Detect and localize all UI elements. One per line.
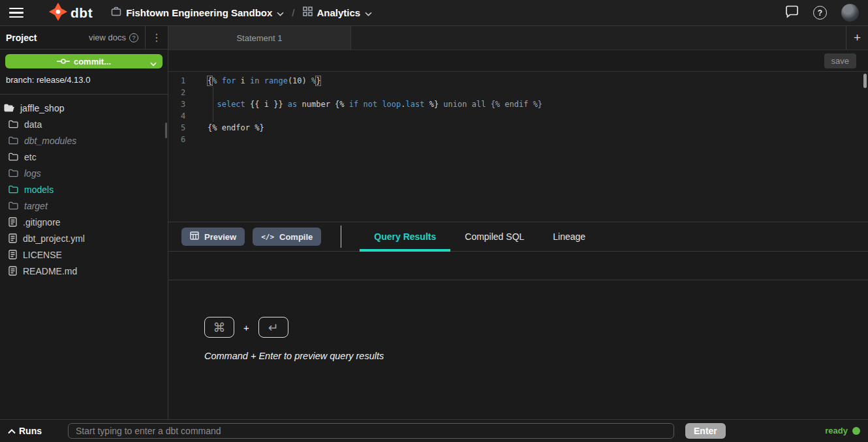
status-text: ready	[825, 426, 848, 435]
tree-item-data[interactable]: data	[0, 116, 168, 132]
line-number: 2	[168, 87, 198, 98]
save-button[interactable]: save	[824, 53, 856, 68]
shortcut-hint-text: Command + Enter to preview query results	[204, 351, 868, 361]
compile-button[interactable]: </> Compile	[253, 228, 321, 246]
editor-toolbar: save	[168, 50, 868, 72]
results-panel-header: Preview </> Compile Query ResultsCompile…	[168, 222, 868, 252]
enter-button[interactable]: Enter	[685, 423, 726, 439]
folder-icon	[8, 136, 18, 145]
commit-area: commit... branch: release/4.13.0	[0, 50, 168, 95]
code-text	[198, 134, 208, 145]
code-line-6[interactable]: 6	[168, 134, 868, 145]
tree-item-label: dbt_project.yml	[23, 233, 85, 244]
grid-icon	[303, 7, 313, 19]
tree-item-license[interactable]: LICENSE	[0, 246, 168, 263]
enter-key-icon: ↵	[258, 317, 288, 338]
tree-item-label: data	[24, 119, 42, 130]
tree-item-dbt-project-yml[interactable]: dbt_project.yml	[0, 230, 168, 246]
query-results-panel: ⌘ + ↵ Command + Enter to preview query r…	[168, 280, 868, 419]
code-line-4[interactable]: 4	[168, 110, 868, 122]
chevron-down-icon	[365, 7, 372, 19]
tree-item-label: dbt_modules	[24, 136, 76, 146]
breadcrumb-separator: /	[292, 7, 294, 18]
folder-icon	[8, 185, 18, 194]
sidebar: Project view docs ? ⋮ commit... branch: …	[0, 26, 168, 419]
status-dot-icon	[852, 427, 860, 435]
chevron-up-icon	[8, 426, 16, 436]
code-line-2[interactable]: 2	[168, 87, 868, 98]
file-icon	[8, 250, 17, 259]
code-line-1[interactable]: 1{% for i in range(10) %}	[168, 75, 868, 87]
panel-tab-query-results[interactable]: Query Results	[360, 222, 450, 251]
dbt-logo[interactable]: dbt	[48, 2, 93, 24]
main-area: Statement 1 + save 1{% for i in range(10…	[168, 26, 868, 419]
editor-tab-statement-1[interactable]: Statement 1	[168, 26, 351, 50]
tree-item--gitignore[interactable]: .gitignore	[0, 214, 168, 230]
editor-scrollbar[interactable]	[863, 74, 867, 88]
new-tab-button[interactable]: +	[846, 26, 868, 50]
tree-item-label: jaffle_shop	[20, 103, 64, 113]
tree-item-label: target	[24, 201, 48, 211]
commit-button[interactable]: commit...	[5, 54, 163, 68]
briefcase-icon	[111, 7, 121, 19]
account-selector[interactable]: Fishtown Engineering Sandbox	[111, 7, 284, 19]
tree-item-target[interactable]: target	[0, 198, 168, 214]
folder-icon	[8, 169, 18, 177]
folder-icon	[8, 153, 18, 161]
branch-label: branch: release/4.13.0	[5, 68, 163, 85]
line-number: 4	[168, 110, 198, 122]
tree-item-logs[interactable]: logs	[0, 165, 168, 181]
tree-item-label: LICENSE	[23, 250, 62, 260]
panel-tabs: Query ResultsCompiled SQLLineage	[360, 222, 600, 251]
user-avatar[interactable]	[841, 4, 859, 22]
dbt-logo-icon	[48, 2, 68, 24]
plus-separator: +	[243, 322, 249, 333]
command-key-icon: ⌘	[204, 317, 234, 338]
help-icon[interactable]: ?	[813, 6, 827, 20]
tree-item-models[interactable]: models	[0, 181, 168, 198]
chevron-down-icon	[277, 7, 284, 19]
file-tree: jaffle_shopdatadbt_modulesetclogsmodelst…	[0, 95, 168, 419]
chat-icon[interactable]	[785, 5, 799, 21]
tree-item-dbt-modules[interactable]: dbt_modules	[0, 132, 168, 149]
preview-button[interactable]: Preview	[181, 228, 245, 246]
panel-tab-compiled-sql[interactable]: Compiled SQL	[450, 222, 538, 251]
view-docs-link[interactable]: view docs ?	[89, 33, 138, 42]
folder-icon	[8, 120, 18, 128]
sidebar-title: Project	[6, 33, 37, 43]
line-number: 5	[168, 122, 198, 134]
code-line-3[interactable]: 3 select {{ i }} as number {% if not loo…	[168, 98, 868, 110]
tree-item-label: models	[24, 184, 54, 195]
table-icon	[190, 231, 199, 242]
file-icon	[8, 217, 17, 227]
code-text: select {{ i }} as number {% if not loop.…	[198, 98, 542, 110]
kebab-menu-icon[interactable]: ⋮	[146, 27, 168, 49]
file-icon	[8, 266, 17, 276]
code-text: {% for i in range(10) %}	[198, 75, 320, 87]
code-text: {% endfor %}	[198, 122, 264, 134]
sidebar-scrollbar[interactable]	[165, 123, 167, 138]
runs-toggle[interactable]: Runs	[8, 426, 68, 436]
top-bar: dbt Fishtown Engineering Sandbox / Analy…	[0, 0, 868, 26]
shortcut-keys: ⌘ + ↵	[204, 317, 868, 338]
tree-item-readme-md[interactable]: README.md	[0, 263, 168, 279]
tree-item-etc[interactable]: etc	[0, 149, 168, 165]
code-text	[198, 87, 208, 98]
folder-open-icon	[4, 104, 14, 112]
panel-tab-lineage[interactable]: Lineage	[538, 222, 600, 251]
code-editor[interactable]: 1{% for i in range(10) %}23 select {{ i …	[168, 72, 868, 222]
help-circle-icon: ?	[129, 33, 138, 42]
status-indicator: ready	[825, 426, 860, 435]
folder-icon	[8, 201, 18, 210]
tree-item-jaffle-shop[interactable]: jaffle_shop	[0, 100, 168, 116]
dbt-command-input[interactable]	[68, 423, 674, 439]
project-selector[interactable]: Analytics	[303, 7, 373, 19]
line-number: 6	[168, 134, 198, 145]
project-name: Analytics	[317, 7, 361, 18]
file-icon	[8, 233, 17, 243]
hamburger-menu-icon[interactable]	[9, 8, 23, 18]
bottom-bar: Runs Enter ready	[0, 419, 868, 441]
code-line-5[interactable]: 5{% endfor %}	[168, 122, 868, 134]
dbt-logo-text: dbt	[70, 5, 93, 21]
line-number: 1	[168, 75, 198, 87]
